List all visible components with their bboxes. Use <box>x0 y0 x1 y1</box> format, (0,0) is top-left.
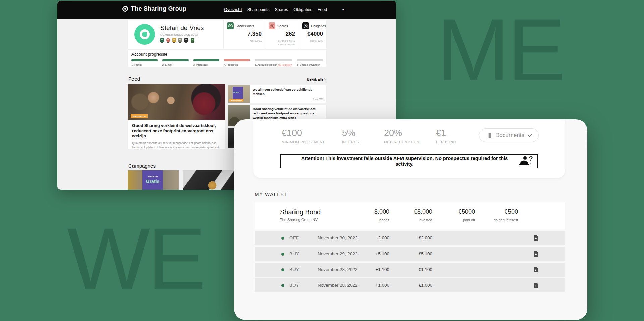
trophy-badge-icon <box>160 38 164 42</box>
transaction-value: -€2.000 <box>395 231 432 245</box>
download-document-icon[interactable] <box>534 251 538 258</box>
stat-caption: per share: €5.13totaal: €1344.06 <box>278 39 295 46</box>
progress-step: 1. Profiel <box>131 59 158 66</box>
website-gratis-sign: Website Gratis <box>142 170 163 190</box>
min-investment-stat: €100 MINIMUM INVESTMENT <box>282 128 325 144</box>
shield-badge-icon <box>191 38 194 42</box>
shares-icon: S <box>269 22 275 29</box>
stat-caption: feb: 1200 ▴ <box>250 39 262 43</box>
progress-steps: 1. Profiel 2. E-mail 3. Interesses 4. Pr… <box>131 59 323 66</box>
bond-stats-card: €100 MINIMUM INVESTMENT 5% INTEREST 20% … <box>253 119 565 178</box>
article-tag: Investeren <box>229 99 243 102</box>
feed-card-thumb: Gratis Investeren <box>228 85 250 103</box>
user-menu[interactable]: ▾ <box>334 8 344 11</box>
article-date: 1 mrt 2023 <box>253 98 323 100</box>
profile-name: Stefan de Vries <box>160 24 204 32</box>
medal-badge-icon <box>166 38 170 42</box>
nu-koppelen-link[interactable]: Nu koppelen <box>278 63 292 66</box>
article-headline: We zijn een collectief van verschillende… <box>253 88 323 96</box>
stat-value: 262 <box>286 31 295 37</box>
transaction-amount: +1.100 <box>359 263 389 277</box>
transaction-date: November 29, 2022 <box>318 247 358 261</box>
download-document-icon[interactable] <box>534 267 538 274</box>
progress-title: Account progressie <box>131 52 167 57</box>
progress-step: 2. E-mail <box>162 59 189 66</box>
bond-issuer: The Sharing Group NV <box>280 218 318 222</box>
nav-item-sharepoints[interactable]: Sharepoints <box>247 7 270 12</box>
stat-label: SharePoints <box>236 24 254 28</box>
article-headline: Good Sharing verkleint de welvaartskloof… <box>132 123 221 139</box>
article-tag: Investeren <box>131 114 148 118</box>
feed-see-all-link[interactable]: Bekijk alle > <box>285 78 326 81</box>
campagne-image[interactable]: Website Gratis <box>128 170 179 190</box>
nav-item-feed[interactable]: Feed <box>318 7 327 12</box>
avatar <box>134 24 155 45</box>
bond-detail-window: €100 MINIMUM INVESTMENT 5% INTEREST 20% … <box>234 119 587 320</box>
per-bond-stat: €1 PER BOND <box>436 128 456 144</box>
feed-section-title: Feed <box>128 76 140 82</box>
transaction-type: BUY <box>289 247 299 261</box>
transaction-row: OFF November 30, 2022 -2.000 -€2.000 <box>255 231 565 245</box>
account-progress-card: Account progressie 1. Profiel 2. E-mail … <box>128 50 326 67</box>
wallet-card: Sharing Bond The Sharing Group NV 8.000 … <box>255 202 565 292</box>
transaction-amount: +5.100 <box>359 247 389 261</box>
paid-off-summary: €5000 paid off <box>438 208 475 222</box>
transaction-value: €5.100 <box>395 247 432 261</box>
download-document-icon[interactable] <box>534 235 538 242</box>
stat-caption: Rente: €200 <box>310 39 323 43</box>
afm-no-supervision-icon: ? € <box>516 155 533 167</box>
obligaties-stat: O Obligaties €4000 Rente: €200 <box>299 20 326 49</box>
member-since-label: MEMBER SINDS JAN 2022 <box>160 33 198 36</box>
shares-stat: S Shares 262 per share: €5.13totaal: €13… <box>265 20 299 49</box>
transaction-value: €1.100 <box>395 263 432 277</box>
status-dot-icon <box>281 253 284 256</box>
svg-text:€: € <box>530 162 531 165</box>
download-document-icon[interactable] <box>534 283 538 289</box>
bottle-badge-icon <box>184 38 188 42</box>
watermark-me: ME <box>437 6 563 94</box>
transaction-type: BUY <box>289 278 299 292</box>
watermark-we: WE <box>67 215 203 303</box>
profile-card: Stefan de Vries MEMBER SINDS JAN 2022 P … <box>128 20 326 49</box>
transaction-amount: +1.000 <box>359 278 389 292</box>
progress-step: 5. Account koppelen Nu koppelen <box>255 59 292 66</box>
stat-label: Shares <box>277 24 288 28</box>
progress-step: 3. Interesses <box>193 59 219 66</box>
status-dot-icon <box>281 237 284 240</box>
campagnes-section-title: Campagnes <box>128 163 156 169</box>
chevron-down-icon: ▾ <box>342 8 344 11</box>
transaction-value: €1.000 <box>395 278 432 292</box>
transaction-row: BUY November 28, 2022 +1.000 €1.000 <box>255 278 565 292</box>
gained-interest-summary: €500 gained interest <box>481 208 518 222</box>
stat-value: 7.350 <box>247 31 262 37</box>
bonds-summary: 8.000 bonds <box>353 208 389 222</box>
bond-name: Sharing Bond <box>280 208 321 216</box>
interest-stat: 5% INTEREST <box>342 128 361 144</box>
nav-links: Overzicht Sharepoints Shares Obligaties … <box>224 1 344 19</box>
feed-main-article[interactable]: Investeren Good Sharing verkleint de wel… <box>128 84 225 149</box>
nav-item-overzicht[interactable]: Overzicht <box>224 7 242 12</box>
chevron-down-icon <box>527 132 532 137</box>
feed-card[interactable]: Gratis Investeren We zijn een collectief… <box>228 85 326 103</box>
page: ME WE The Sharing Group Overzicht Sharep… <box>0 0 644 321</box>
documents-button[interactable]: Documents <box>479 128 539 142</box>
transaction-type: OFF <box>289 231 299 245</box>
attention-text: Attention! This investment falls outside… <box>281 156 516 167</box>
progress-step: 4. Profielfoto <box>224 59 250 66</box>
transaction-type: BUY <box>289 263 299 277</box>
brand-logo[interactable]: The Sharing Group <box>122 5 186 12</box>
article-headline: Good Sharing verkleint de welvaartskloof… <box>253 107 323 120</box>
flag-badge-icon <box>178 38 182 42</box>
article-body: Quo omnis expedita aut repellat recusand… <box>132 141 221 149</box>
nav-item-obligaties[interactable]: Obligaties <box>293 7 312 12</box>
obligaties-icon: O <box>302 22 309 29</box>
attention-banner: Attention! This investment falls outside… <box>280 154 538 168</box>
stat-value: €4000 <box>307 31 323 37</box>
transaction-date: November 28, 2022 <box>318 278 358 292</box>
feed-main-photo: Investeren <box>128 84 225 120</box>
top-navbar: The Sharing Group Overzicht Sharepoints … <box>57 1 396 19</box>
book-icon <box>487 132 492 138</box>
nav-item-shares[interactable]: Shares <box>275 7 288 12</box>
transaction-date: November 30, 2022 <box>318 231 358 245</box>
campagne-image[interactable] <box>183 170 236 190</box>
